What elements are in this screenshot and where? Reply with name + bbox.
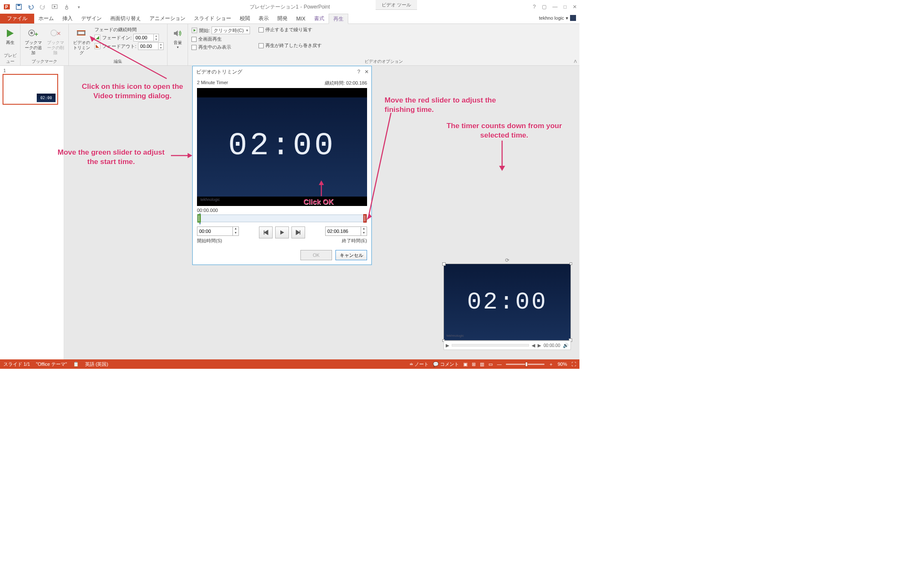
notes-toggle[interactable]: ≐ ノート	[409, 361, 429, 368]
undo-icon[interactable]	[27, 3, 34, 10]
slide-canvas[interactable]: ビデオのトリミング ? ✕ 2 Minute Timer 継続時間: 02:00…	[64, 66, 579, 359]
status-bar: スライド 1/1 "Office テーマ" 📋 英語 (英国) ≐ ノート 💬 …	[0, 359, 579, 369]
annotation-red-slider: Move the red slider to adjust the finish…	[385, 96, 509, 115]
next-frame-button[interactable]	[291, 226, 305, 238]
add-bookmark-button[interactable]: + ブックマークの追加	[24, 26, 43, 56]
slide-video-logo: tekhnologic	[447, 334, 464, 338]
fade-out-icon	[94, 43, 100, 49]
prev-frame-button[interactable]	[259, 226, 273, 238]
cancel-button[interactable]: キャンセル	[335, 250, 367, 260]
play-button[interactable]	[275, 226, 289, 238]
fade-in-spinner[interactable]: ▲▼	[133, 34, 159, 41]
view-slideshow-icon[interactable]: ▭	[488, 362, 493, 367]
zoom-in-icon[interactable]: ＋	[549, 361, 553, 368]
slideshow-icon[interactable]	[51, 3, 58, 10]
volume-button[interactable]: 音量▾	[171, 26, 184, 50]
hide-checkbox[interactable]	[191, 45, 197, 50]
duration-text: 継続時間: 02:00.186	[325, 80, 367, 86]
volume-icon	[172, 27, 184, 39]
view-sorter-icon[interactable]: ⊞	[472, 362, 476, 367]
media-progress[interactable]	[452, 344, 529, 347]
fade-out-spinner[interactable]: ▲▼	[138, 42, 164, 50]
tab-playback[interactable]: 再生	[329, 14, 348, 24]
minimize-icon[interactable]: ―	[553, 4, 558, 10]
zoom-slider[interactable]	[506, 364, 544, 365]
comments-toggle[interactable]: 💬 コメント	[433, 361, 459, 368]
remove-bookmark-button: ✕ ブックマークの削除	[46, 26, 65, 56]
start-dropdown[interactable]: クリック時(C)	[212, 26, 250, 34]
tab-file[interactable]: ファイル	[0, 14, 34, 24]
slide-timer-digits: 02:00	[467, 288, 547, 316]
fit-slide-icon[interactable]: ⛶	[571, 362, 576, 367]
zoom-out-icon[interactable]: ―	[497, 362, 502, 367]
loop-checkbox[interactable]	[259, 27, 264, 32]
zoom-level[interactable]: 90%	[558, 362, 567, 367]
video-preview: 02:00 tekhnologic	[197, 88, 367, 206]
tab-transitions[interactable]: 画面切り替え	[106, 14, 145, 24]
status-slide: スライド 1/1	[3, 361, 30, 368]
tab-view[interactable]: 表示	[254, 14, 273, 24]
tab-slideshow[interactable]: スライド ショー	[190, 14, 235, 24]
spelling-icon[interactable]: 📋	[73, 362, 79, 367]
trim-end-handle[interactable]	[363, 214, 367, 223]
view-reading-icon[interactable]: ▥	[480, 362, 484, 367]
annotation-green-slider: Move the green slider to adjust the star…	[51, 148, 171, 167]
trim-video-button[interactable]: ビデオのトリミング	[72, 26, 91, 56]
qat-more-icon[interactable]: ▾	[75, 3, 82, 10]
tab-home[interactable]: ホーム	[34, 14, 58, 24]
start-time-spinner[interactable]: ▲▼	[197, 226, 239, 236]
tab-review[interactable]: 校閲	[235, 14, 254, 24]
svg-text:+: +	[35, 31, 38, 38]
avatar-icon	[570, 15, 576, 21]
help-icon[interactable]: ?	[533, 4, 536, 10]
dialog-help-icon[interactable]: ?	[357, 69, 360, 75]
media-volume-icon[interactable]: 🔊	[563, 343, 569, 348]
timer-digits: 02:00	[228, 128, 336, 164]
media-fwd-icon[interactable]: ▶	[538, 343, 541, 348]
tab-insert[interactable]: 挿入	[58, 14, 77, 24]
ok-button[interactable]: OK	[300, 250, 332, 260]
tab-animations[interactable]: アニメーション	[145, 14, 190, 24]
bookmark-remove-icon: ✕	[50, 27, 62, 39]
ribbon-display-icon[interactable]: ▢	[542, 4, 547, 10]
svg-rect-11	[77, 30, 85, 31]
annotation-countdown: The timer counts down from your selected…	[444, 121, 564, 140]
tab-design[interactable]: デザイン	[77, 14, 106, 24]
maximize-icon[interactable]: □	[564, 4, 567, 10]
group-video-options: ビデオのオプション	[191, 58, 576, 65]
status-lang[interactable]: 英語 (英国)	[85, 361, 108, 368]
start-play-icon	[191, 27, 197, 33]
save-icon[interactable]	[15, 3, 22, 10]
svg-text:✕: ✕	[56, 30, 61, 37]
collapse-ribbon-icon[interactable]: ᐱ	[574, 59, 577, 64]
annotation-trim-icon: Click on this icon to open the Video tri…	[77, 82, 188, 101]
fullscreen-label: 全画面再生	[198, 36, 222, 42]
close-icon[interactable]: ✕	[573, 4, 577, 10]
tab-mix[interactable]: MIX	[292, 14, 309, 24]
svg-rect-3	[18, 4, 20, 6]
trim-track[interactable]	[197, 215, 367, 222]
slide-thumbnail[interactable]: 02:00	[3, 74, 58, 105]
media-play-icon[interactable]: ▶	[446, 343, 449, 348]
redo-icon[interactable]	[39, 3, 46, 10]
video-logo: tekhnologic	[200, 197, 220, 202]
media-back-icon[interactable]: ◀	[532, 343, 535, 348]
end-time-spinner[interactable]: ▲▼	[325, 226, 367, 236]
fullscreen-checkbox[interactable]	[191, 37, 197, 42]
touch-mode-icon[interactable]	[63, 3, 70, 10]
view-normal-icon[interactable]: ▣	[463, 362, 467, 367]
slide-video-object[interactable]: ⟳ 02:00 tekhnologic	[444, 264, 571, 341]
slide-panel[interactable]: 1 02:00	[0, 66, 64, 359]
tab-format[interactable]: 書式	[310, 14, 329, 24]
rotate-handle-icon[interactable]: ⟳	[505, 257, 509, 263]
trim-start-handle[interactable]	[197, 214, 201, 223]
rewind-checkbox[interactable]	[259, 43, 264, 48]
dialog-close-icon[interactable]: ✕	[364, 69, 369, 75]
loop-label: 停止するまで繰り返す	[265, 26, 312, 33]
window-title: プレゼンテーション1 - PowerPoint	[250, 3, 330, 11]
svg-point-8	[51, 30, 57, 36]
play-preview-button[interactable]: 再生	[3, 26, 17, 45]
tab-developer[interactable]: 開発	[273, 14, 292, 24]
app-icon: P	[3, 3, 10, 10]
user-account[interactable]: tekhno logic ▾	[539, 15, 576, 21]
